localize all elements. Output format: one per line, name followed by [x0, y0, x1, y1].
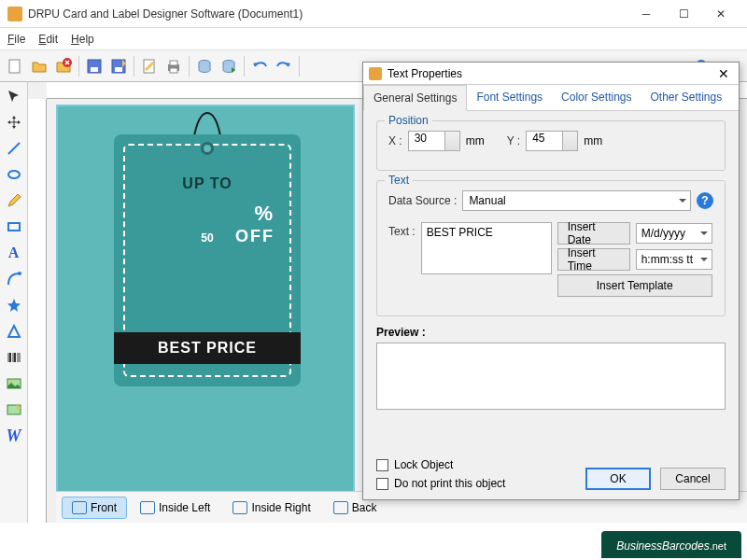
- watermark: BusinessBarcodes.net: [601, 531, 741, 558]
- move-tool-icon[interactable]: [4, 112, 24, 133]
- print-icon[interactable]: [162, 55, 185, 77]
- titlebar: DRPU Card and Label Designer Software (D…: [0, 0, 747, 28]
- text-group: Text Data Source : Manual ? Text : Inser…: [376, 180, 726, 316]
- y-label: Y :: [507, 134, 520, 147]
- image-tool-icon[interactable]: [4, 373, 24, 394]
- svg-rect-0: [9, 60, 20, 73]
- x-unit: mm: [466, 134, 485, 147]
- menu-help[interactable]: Help: [71, 33, 94, 46]
- svg-point-17: [8, 171, 20, 178]
- close-file-icon[interactable]: [52, 55, 75, 77]
- preview-label: Preview :: [376, 326, 726, 339]
- pencil-tool-icon[interactable]: [4, 190, 24, 211]
- svg-rect-3: [91, 67, 98, 72]
- star-tool-icon[interactable]: [4, 295, 24, 315]
- dialog-title-text: Text Properties: [388, 67, 714, 80]
- help-icon[interactable]: ?: [697, 192, 713, 209]
- text-properties-dialog: Text Properties ✕ General Settings Font …: [362, 62, 740, 500]
- ruler-vertical: [28, 99, 47, 523]
- svg-rect-18: [8, 223, 20, 231]
- open-icon[interactable]: [28, 55, 50, 77]
- triangle-tool-icon[interactable]: [4, 321, 24, 342]
- maximize-button[interactable]: ☐: [665, 1, 702, 27]
- wordart-tool-icon[interactable]: W: [4, 426, 24, 446]
- save-icon[interactable]: [83, 55, 106, 77]
- page-icon: [72, 501, 87, 514]
- svg-rect-8: [170, 61, 177, 65]
- x-label: X :: [388, 134, 402, 147]
- new-icon[interactable]: [4, 55, 26, 77]
- insert-date-button[interactable]: Insert Date: [557, 222, 630, 245]
- data-source-select[interactable]: Manual: [462, 190, 691, 211]
- database-icon[interactable]: [193, 55, 216, 77]
- date-format-select[interactable]: M/d/yyyy: [636, 223, 712, 244]
- tag-body: UP TO 50 % OFF BEST PRICE: [114, 134, 301, 386]
- svg-rect-9: [170, 68, 177, 73]
- insert-time-button[interactable]: Insert Time: [557, 248, 630, 271]
- minimize-button[interactable]: ─: [627, 1, 665, 27]
- window-title: DRPU Card and Label Designer Software (D…: [28, 7, 627, 21]
- text-input[interactable]: [421, 222, 552, 274]
- dialog-icon: [369, 67, 382, 80]
- design-canvas[interactable]: UP TO 50 % OFF BEST PRICE: [56, 105, 355, 497]
- lock-object-checkbox[interactable]: [376, 459, 388, 471]
- lock-object-label: Lock Object: [394, 458, 453, 471]
- time-format-select[interactable]: h:mm:ss tt: [636, 249, 712, 270]
- tag-band-text: BEST PRICE: [114, 332, 301, 364]
- tag-value-text: 50 % OFF: [127, 198, 288, 250]
- ok-button[interactable]: OK: [585, 468, 651, 490]
- y-input[interactable]: 45: [526, 131, 578, 151]
- dialog-close-button[interactable]: ✕: [714, 66, 733, 81]
- tab-color-settings[interactable]: Color Settings: [552, 85, 641, 110]
- do-not-print-label: Do not print this object: [394, 477, 505, 490]
- page-icon: [233, 501, 247, 514]
- undo-icon[interactable]: [248, 55, 271, 77]
- line-tool-icon[interactable]: [4, 138, 24, 159]
- close-button[interactable]: ✕: [702, 1, 740, 27]
- page-icon: [333, 501, 348, 514]
- page-tab-inside-right[interactable]: Inside Right: [223, 497, 319, 518]
- tag-hole-icon: [201, 142, 214, 155]
- preview-box: [376, 343, 726, 410]
- page-icon: [140, 501, 155, 514]
- edit-icon[interactable]: [138, 55, 161, 77]
- svg-line-16: [8, 143, 20, 154]
- dialog-footer: Lock Object Do not print this object OK …: [376, 453, 726, 490]
- tool-palette: A W: [0, 82, 28, 523]
- library-tool-icon[interactable]: [4, 399, 24, 420]
- menu-file[interactable]: File: [7, 33, 25, 46]
- tab-font-settings[interactable]: Font Settings: [467, 85, 552, 110]
- do-not-print-checkbox[interactable]: [376, 478, 388, 490]
- svg-rect-5: [115, 67, 122, 72]
- x-input[interactable]: 30: [408, 131, 460, 151]
- database-export-icon[interactable]: [218, 55, 240, 77]
- dialog-titlebar[interactable]: Text Properties ✕: [363, 63, 739, 85]
- position-group: Position X : 30 mm Y : 45 mm: [376, 120, 726, 171]
- barcode-tool-icon[interactable]: [4, 347, 24, 368]
- ellipse-tool-icon[interactable]: [4, 164, 24, 185]
- insert-template-button[interactable]: Insert Template: [557, 274, 712, 297]
- y-unit: mm: [584, 134, 602, 147]
- position-label: Position: [385, 114, 432, 127]
- text-tool-icon[interactable]: A: [4, 243, 24, 263]
- tab-other-settings[interactable]: Other Settings: [641, 85, 731, 110]
- page-tab-inside-left[interactable]: Inside Left: [131, 497, 219, 518]
- select-tool-icon[interactable]: [4, 86, 24, 106]
- arc-tool-icon[interactable]: [4, 269, 24, 289]
- text-group-label: Text: [385, 174, 413, 187]
- menubar: File Edit Help: [0, 28, 747, 50]
- tab-general-settings[interactable]: General Settings: [363, 85, 467, 111]
- cancel-button[interactable]: Cancel: [660, 468, 726, 490]
- dialog-tabs: General Settings Font Settings Color Set…: [363, 85, 739, 111]
- svg-point-19: [18, 272, 21, 275]
- price-tag[interactable]: UP TO 50 % OFF BEST PRICE: [114, 134, 301, 386]
- menu-edit[interactable]: Edit: [38, 33, 58, 46]
- save-as-icon[interactable]: [107, 55, 130, 77]
- data-source-label: Data Source :: [388, 194, 457, 207]
- dialog-body: Position X : 30 mm Y : 45 mm Text Data S…: [363, 111, 739, 419]
- text-label: Text :: [388, 222, 416, 238]
- page-tab-front[interactable]: Front: [62, 497, 127, 519]
- redo-icon[interactable]: [273, 55, 295, 77]
- rectangle-tool-icon[interactable]: [4, 217, 24, 237]
- app-icon: [7, 7, 22, 21]
